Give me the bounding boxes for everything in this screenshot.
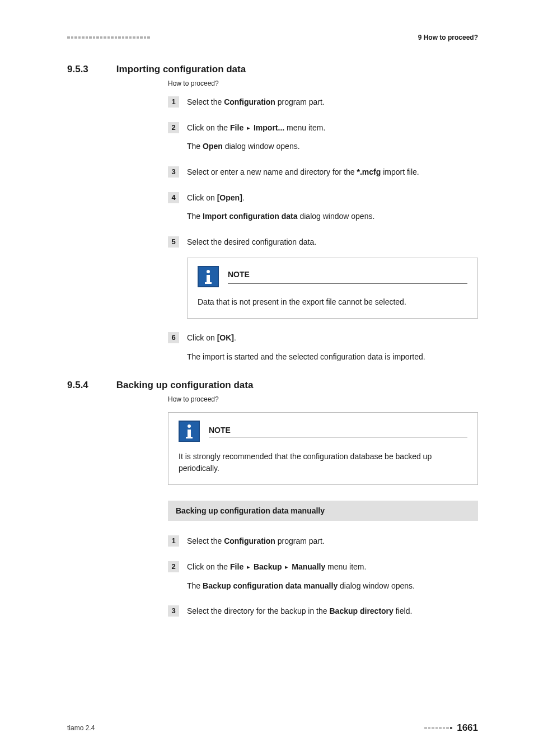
footer-product: tiamo 2.4 <box>67 724 95 732</box>
step-body: Select or enter a new name and directory… <box>187 166 478 179</box>
step: 2Click on the File ▸ Import... menu item… <box>168 122 478 153</box>
header-chapter: 9 How to proceed? <box>418 34 478 41</box>
section-number: 9.5.4 <box>67 380 88 391</box>
step-number: 3 <box>168 605 179 617</box>
step: 6Click on [OK].The import is started and… <box>168 332 478 363</box>
note-title: NOTE <box>209 426 467 435</box>
step-number: 5 <box>168 236 179 248</box>
step-number: 6 <box>168 332 179 343</box>
step-body: Click on [OK].The import is started and … <box>187 332 478 363</box>
step-number: 1 <box>168 96 179 108</box>
section-title: Importing configuration data <box>116 64 246 75</box>
step-body: Click on the File ▸ Import... menu item.… <box>187 122 478 153</box>
step-body: Select the directory for the backup in t… <box>187 605 478 618</box>
section-subcaption: How to proceed? <box>168 395 478 403</box>
step-body: Select the Configuration program part. <box>187 535 478 548</box>
step-body: Select the Configuration program part. <box>187 96 478 109</box>
section-heading: 9.5.3Importing configuration data <box>67 64 478 75</box>
page-header: 9 How to proceed? <box>67 34 478 41</box>
info-icon <box>198 266 219 287</box>
section-number: 9.5.3 <box>67 64 88 75</box>
step-number: 4 <box>168 192 179 203</box>
step: 3Select or enter a new name and director… <box>168 166 478 179</box>
step: 5Select the desired configuration data.N… <box>168 236 478 319</box>
info-icon <box>179 421 200 442</box>
footer-right: 1661 <box>424 722 478 734</box>
step: 2Click on the File ▸ Backup ▸ Manually m… <box>168 561 478 592</box>
step-list: 1Select the Configuration program part.2… <box>168 535 478 618</box>
page-footer: tiamo 2.4 1661 <box>67 722 478 734</box>
step: 3Select the directory for the backup in … <box>168 605 478 618</box>
subsection-bar: Backing up configuration data manually <box>168 501 478 521</box>
step-body: Click on [Open].The Import configuration… <box>187 192 478 223</box>
section-title: Backing up configuration data <box>116 380 254 391</box>
step: 1Select the Configuration program part. <box>168 535 478 548</box>
step-number: 2 <box>168 122 179 133</box>
footer-decoration <box>424 727 452 730</box>
document-page: 9 How to proceed? 9.5.3Importing configu… <box>0 0 534 756</box>
step-list: 1Select the Configuration program part.2… <box>168 96 478 363</box>
step: 1Select the Configuration program part. <box>168 96 478 109</box>
note-body: Data that is not present in the export f… <box>198 296 467 308</box>
note-box: NOTEData that is not present in the expo… <box>187 258 478 319</box>
note-body: It is strongly recommended that the conf… <box>179 451 467 474</box>
header-decoration-left <box>67 36 150 39</box>
page-number: 1661 <box>457 722 478 734</box>
section-heading: 9.5.4Backing up configuration data <box>67 380 478 391</box>
step-number: 1 <box>168 535 179 547</box>
step-body: Click on the File ▸ Backup ▸ Manually me… <box>187 561 478 592</box>
section-subcaption: How to proceed? <box>168 80 478 87</box>
step-number: 2 <box>168 561 179 572</box>
step: 4Click on [Open].The Import configuratio… <box>168 192 478 223</box>
note-title: NOTE <box>228 269 467 281</box>
note-box: NOTEIt is strongly recommended that the … <box>168 412 478 485</box>
step-number: 3 <box>168 166 179 178</box>
step-body: Select the desired configuration data.NO… <box>187 236 478 319</box>
